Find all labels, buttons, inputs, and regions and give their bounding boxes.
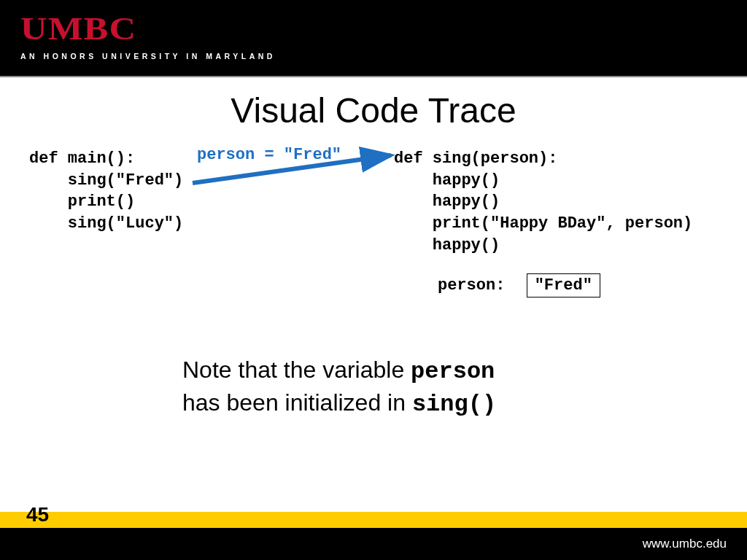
- note-text-mid: has been initialized in: [182, 389, 412, 416]
- explanatory-note: Note that the variable person has been i…: [182, 354, 620, 420]
- note-text-pre: Note that the variable: [182, 357, 411, 383]
- assignment-annotation: person = "Fred": [197, 146, 341, 164]
- page-number: 45: [26, 503, 49, 526]
- footer-black-stripe: www.umbc.edu: [0, 528, 747, 560]
- variable-name-label: person:: [438, 276, 505, 295]
- note-variable-name: person: [411, 358, 495, 385]
- variable-state-box: person: "Fred": [438, 273, 600, 298]
- slide-title: Visual Code Trace: [29, 90, 718, 131]
- slide-content: Visual Code Trace def main(): sing("Fred…: [0, 77, 747, 512]
- note-function-name: sing(): [412, 391, 496, 418]
- variable-value-box: "Fred": [527, 273, 600, 298]
- main-function-code: def main(): sing("Fred") print() sing("L…: [29, 148, 183, 235]
- site-url: www.umbc.edu: [643, 537, 727, 551]
- umbc-logo: UMBC: [20, 10, 747, 47]
- footer-yellow-stripe: [0, 512, 747, 528]
- tagline: AN HONORS UNIVERSITY IN MARYLAND: [20, 52, 727, 61]
- sing-function-code: def sing(person): happy() happy() print(…: [394, 148, 692, 256]
- footer-bar: 45 www.umbc.edu: [0, 512, 747, 560]
- header-bar: UMBC AN HONORS UNIVERSITY IN MARYLAND: [0, 0, 747, 77]
